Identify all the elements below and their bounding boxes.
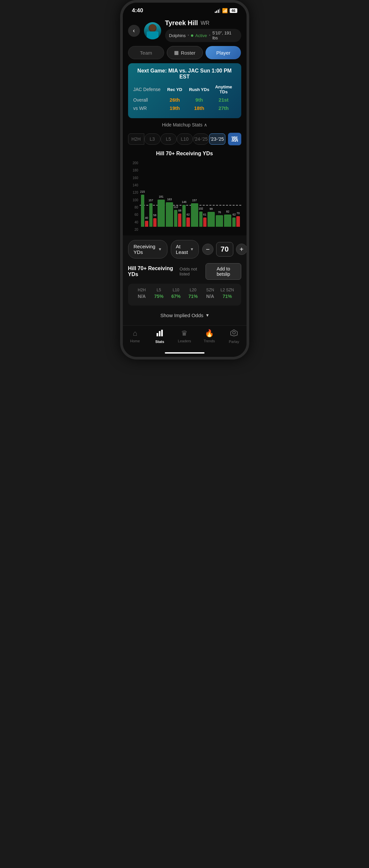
stat-col-l2szn: L2 SZN 71% xyxy=(219,288,236,299)
controls-section: Receiving YDs ▼ At Least ▼ − 70 + Hill 7… xyxy=(123,236,247,326)
back-button[interactable]: ‹ xyxy=(128,25,140,37)
threshold-chevron-icon: ▼ xyxy=(190,247,194,252)
leaders-icon: ♛ xyxy=(181,329,188,338)
player-header: ‹ Tyreek Hill WR Dolphins • Active • xyxy=(123,17,247,46)
matchup-overall-row: Overall 26th 9th 21st xyxy=(133,97,236,103)
wifi-icon: 📶 xyxy=(222,8,228,13)
nav-tabs: Team ▦ Roster Player xyxy=(123,46,247,59)
nav-parlay-label: Parlay xyxy=(229,340,239,344)
active-status: Active xyxy=(195,33,207,38)
nav-stats[interactable]: Stats xyxy=(147,329,172,344)
sliders-icon xyxy=(231,136,238,142)
value-stepper: − 70 + xyxy=(202,242,247,256)
active-dot xyxy=(191,34,193,37)
show-implied-odds-btn[interactable]: Show Implied Odds ▾ xyxy=(128,310,241,321)
vswr-rush-yds: 18th xyxy=(187,105,212,111)
y-axis-labels: 200 180 160 140 120 100 80 60 40 20 xyxy=(128,160,140,233)
stat-type-selector[interactable]: Receiving YDs ▼ xyxy=(128,240,168,258)
bar-group-6: 146 62 xyxy=(182,205,190,227)
stat-val-l20: 71% xyxy=(185,293,202,299)
chart-bars: 215 40 157 58 xyxy=(140,161,241,227)
overall-rush-yds: 9th xyxy=(187,97,212,103)
bar-group-4: 163 xyxy=(166,202,173,227)
stats-grid: H2H N/A L5 75% L10 67% L20 71% SZN N/A xyxy=(128,284,241,306)
player-position: WR xyxy=(201,20,210,26)
filter-settings-btn[interactable] xyxy=(228,133,241,145)
nav-trends[interactable]: 🔥 Trends xyxy=(197,329,222,344)
show-odds-chevron-icon: ▾ xyxy=(206,312,209,318)
matchup-table: JAC Defense Rec YD Rush YDs Anytime TDs … xyxy=(133,85,236,111)
stat-val-h2h: N/A xyxy=(133,293,151,299)
nav-trends-label: Trends xyxy=(204,339,215,343)
tab-roster[interactable]: ▦ Roster xyxy=(167,46,203,59)
vswr-rec-yd: 19th xyxy=(162,105,187,111)
bottom-nav: ⌂ Home Stats ♛ Leaders 🔥 Trends xyxy=(123,326,247,350)
filter-24-25[interactable]: '24-'25 xyxy=(193,133,209,145)
bar-group-11: 82 xyxy=(224,215,231,227)
filter-23-25[interactable]: '23-'25 xyxy=(209,133,225,145)
chart-section: Hill 70+ Receiving YDs 200 180 160 140 1… xyxy=(123,151,247,233)
player-meta: Dolphins • Active • 5'10", 191 lbs xyxy=(165,29,241,42)
nav-leaders[interactable]: ♛ Leaders xyxy=(172,329,197,344)
add-betslip-button[interactable]: Add to betslip xyxy=(206,263,241,280)
overall-anytime-tds: 21st xyxy=(212,97,236,103)
plus-button[interactable]: + xyxy=(236,244,247,255)
time-filters: H2H L3 L5 L10 '24-'25 '23-'25 xyxy=(123,131,247,147)
filter-l5[interactable]: L5 xyxy=(160,133,177,145)
bar-group-7: 157 xyxy=(191,203,198,227)
stat-col-l20: L20 71% xyxy=(185,288,202,299)
stat-col-l10: L10 67% xyxy=(167,288,185,299)
stats-grid-header: H2H N/A L5 75% L10 67% L20 71% SZN N/A xyxy=(133,288,236,299)
filter-h2h[interactable]: H2H xyxy=(128,133,144,145)
status-icons: 📶 46 xyxy=(215,8,237,13)
roster-icon: ▦ xyxy=(174,50,179,56)
player-name: Tyreek Hill xyxy=(165,19,198,27)
svg-rect-11 xyxy=(161,330,163,336)
battery-indicator: 46 xyxy=(230,8,237,13)
home-indicator xyxy=(123,350,247,357)
col-rush-yds: Rush YDs xyxy=(187,87,212,92)
filter-l10[interactable]: L10 xyxy=(177,133,193,145)
bar-group-1: 215 40 xyxy=(141,195,148,227)
bar-group-2: 157 58 xyxy=(149,203,157,227)
tab-team[interactable]: Team xyxy=(128,46,164,59)
phone-frame: 4:40 📶 46 ‹ xyxy=(120,0,249,360)
chart-title: Hill 70+ Receiving YDs xyxy=(128,151,241,157)
status-bar: 4:40 📶 46 xyxy=(123,3,247,17)
matchup-vswr-row: vs WR 19th 18th 27th xyxy=(133,105,236,111)
nav-parlay[interactable]: Parlay xyxy=(222,329,247,344)
filter-l3[interactable]: L3 xyxy=(144,133,160,145)
stat-col-h2h: H2H N/A xyxy=(133,288,151,299)
nav-home[interactable]: ⌂ Home xyxy=(123,329,148,344)
nav-leaders-label: Leaders xyxy=(178,339,191,343)
svg-rect-9 xyxy=(157,333,158,336)
stat-col-l5: L5 75% xyxy=(150,288,167,299)
signal-icon xyxy=(215,8,220,13)
svg-point-12 xyxy=(233,331,235,334)
bar-group-5: 112 88 xyxy=(174,210,181,227)
stat-val-l5: 75% xyxy=(150,293,167,299)
matchup-header-row: JAC Defense Rec YD Rush YDs Anytime TDs xyxy=(133,85,236,94)
odds-status: Odds not listed xyxy=(180,267,206,276)
home-icon: ⌂ xyxy=(133,329,137,338)
svg-rect-1 xyxy=(147,31,158,39)
stat-chevron-icon: ▼ xyxy=(158,247,162,252)
parlay-icon xyxy=(230,329,238,338)
svg-point-2 xyxy=(149,24,156,31)
bar-group-10: 76 xyxy=(216,215,223,227)
svg-point-8 xyxy=(236,140,238,142)
bar-group-12: 62 70 xyxy=(232,216,240,227)
next-game-title: Next Game: MIA vs. JAC Sun 1:00 PM EST xyxy=(133,68,236,80)
tab-player[interactable]: Player xyxy=(206,46,241,59)
prop-label: Hill 70+ Receiving YDs xyxy=(128,266,180,277)
next-game-card: Next Game: MIA vs. JAC Sun 1:00 PM EST J… xyxy=(128,63,241,118)
minus-button[interactable]: − xyxy=(202,244,213,255)
stat-val-szn: N/A xyxy=(202,293,219,299)
hide-matchup-btn[interactable]: Hide Matchup Stats ∧ xyxy=(128,122,241,127)
player-avatar xyxy=(144,22,161,39)
threshold-selector[interactable]: At Least ▼ xyxy=(171,240,199,258)
bar-group-8: 102 61 xyxy=(199,212,207,227)
bar-group-9: 99 xyxy=(208,212,215,227)
trends-icon: 🔥 xyxy=(205,329,214,338)
stat-val-l2szn: 71% xyxy=(219,293,236,299)
